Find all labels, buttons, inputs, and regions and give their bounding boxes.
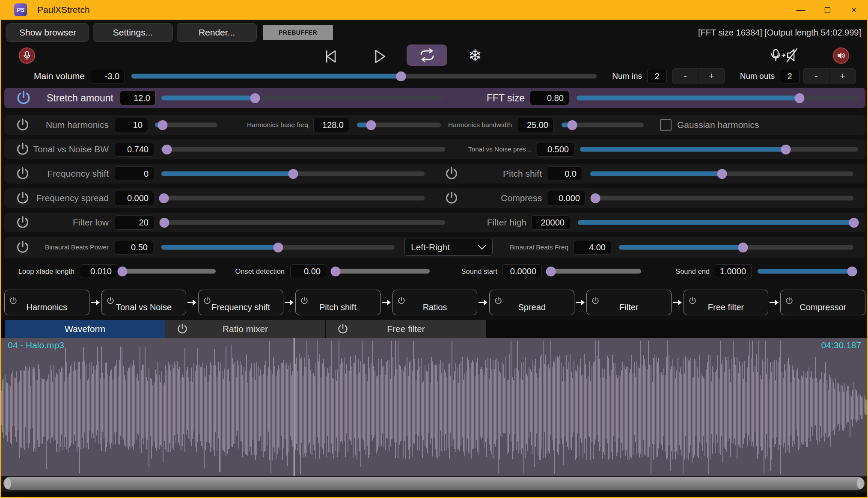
pitch-shift-slider[interactable]: [590, 172, 853, 176]
slider-thumb[interactable]: [847, 267, 857, 276]
loop-button[interactable]: [407, 44, 447, 66]
num-ins-increment-button[interactable]: +: [699, 68, 725, 84]
binaural-freq-slider[interactable]: [619, 245, 853, 250]
slider-thumb[interactable]: [396, 71, 406, 81]
slider-thumb[interactable]: [162, 145, 172, 154]
filter-low-value[interactable]: 20: [115, 215, 154, 230]
num-harmonics-value[interactable]: 10: [115, 118, 148, 132]
tab-free-filter[interactable]: Free filter: [326, 320, 486, 338]
power-icon[interactable]: [176, 323, 188, 335]
settings-button[interactable]: Settings...: [93, 23, 173, 42]
scrollbar-thumb[interactable]: [3, 477, 865, 490]
filter-high-value[interactable]: 20000: [532, 215, 570, 230]
fft-size-slider[interactable]: [577, 96, 859, 101]
chain-module-spread[interactable]: Spread: [489, 290, 574, 315]
slider-thumb[interactable]: [159, 193, 169, 203]
minimize-button[interactable]: —: [788, 0, 814, 20]
sound-end-value[interactable]: 1.0000: [715, 264, 752, 278]
num-outs-decrement-button[interactable]: -: [803, 68, 830, 84]
binaural-power-slider[interactable]: [161, 245, 395, 250]
slider-thumb[interactable]: [546, 267, 556, 276]
chain-module-harmonics[interactable]: Harmonics: [4, 290, 89, 315]
slider-thumb[interactable]: [118, 267, 128, 276]
frequency-spread-value[interactable]: 0.000: [115, 191, 154, 205]
slider-thumb[interactable]: [567, 120, 577, 130]
slider-thumb[interactable]: [717, 169, 727, 179]
show-browser-button[interactable]: Show browser: [6, 23, 89, 42]
num-outs-value[interactable]: 2: [780, 69, 800, 83]
chain-module-frequency-shift[interactable]: Frequency shift: [198, 290, 283, 315]
gaussian-harmonics-checkbox[interactable]: [660, 119, 672, 131]
onset-detection-value[interactable]: 0.00: [290, 264, 326, 278]
chain-module-pitch-shift[interactable]: Pitch shift: [295, 290, 380, 315]
slider-thumb[interactable]: [273, 243, 283, 252]
num-ins-value[interactable]: 2: [647, 69, 667, 83]
compress-value[interactable]: 0.000: [547, 191, 586, 205]
tonal-vs-noise-bw-value[interactable]: 0.740: [115, 142, 154, 157]
slider-thumb[interactable]: [795, 93, 805, 103]
power-icon[interactable]: [337, 323, 349, 335]
slider-thumb[interactable]: [288, 169, 298, 179]
slider-thumb[interactable]: [849, 218, 859, 228]
waveform-canvas[interactable]: [1, 338, 867, 476]
chain-module-ratios[interactable]: Ratios: [392, 290, 478, 315]
loop-xfade-value[interactable]: 0.010: [80, 264, 117, 278]
power-icon[interactable]: [444, 166, 459, 181]
chain-module-compressor[interactable]: Compressor: [780, 290, 865, 315]
sound-start-value[interactable]: 0.0000: [502, 264, 542, 278]
tonal-vs-noise-pres-value[interactable]: 0.500: [537, 142, 574, 157]
tab-ratio-mixer[interactable]: Ratio mixer: [165, 320, 325, 338]
slider-thumb[interactable]: [331, 267, 341, 276]
harmonics-bandwidth-value[interactable]: 25.00: [517, 118, 554, 132]
binaural-freq-value[interactable]: 4.00: [574, 240, 611, 255]
binaural-power-value[interactable]: 0.50: [115, 240, 153, 255]
slider-thumb[interactable]: [366, 120, 376, 130]
slider-thumb[interactable]: [591, 193, 600, 203]
sound-start-slider[interactable]: [548, 269, 641, 274]
harmonics-base-freq-slider[interactable]: [357, 123, 441, 127]
slider-thumb[interactable]: [159, 218, 169, 228]
filter-low-slider[interactable]: [161, 220, 445, 225]
num-ins-decrement-button[interactable]: -: [672, 68, 699, 84]
num-outs-increment-button[interactable]: +: [830, 68, 856, 84]
tonal-vs-noise-bw-slider[interactable]: [161, 147, 445, 152]
input-monitor-mute-icon[interactable]: [770, 48, 804, 65]
render-button[interactable]: Render...: [177, 23, 257, 42]
prebuffer-button[interactable]: PREBUFFER: [263, 25, 333, 40]
slider-thumb[interactable]: [158, 120, 167, 130]
freeze-icon[interactable]: ❄: [468, 47, 482, 64]
filter-high-slider[interactable]: [578, 220, 854, 225]
slider-thumb[interactable]: [781, 145, 791, 154]
main-volume-value[interactable]: -3.0: [90, 69, 125, 83]
stretch-amount-slider[interactable]: [161, 96, 445, 101]
compress-slider[interactable]: [593, 196, 853, 201]
stretch-amount-value[interactable]: 12.0: [120, 91, 156, 105]
record-button[interactable]: [19, 47, 35, 64]
power-icon[interactable]: [444, 191, 459, 205]
play-button[interactable]: [370, 47, 389, 66]
binaural-mode-dropdown[interactable]: Left-Right: [404, 239, 493, 256]
fft-size-value[interactable]: 0.80: [530, 91, 569, 105]
slider-thumb[interactable]: [250, 93, 260, 103]
frequency-shift-value[interactable]: 0: [115, 166, 154, 181]
sound-end-slider[interactable]: [758, 269, 855, 274]
tab-waveform[interactable]: Waveform: [5, 320, 165, 338]
frequency-spread-slider[interactable]: [161, 196, 425, 201]
num-harmonics-slider[interactable]: [155, 123, 217, 127]
chain-module-tonal-vs-noise[interactable]: Tonal vs Noise: [101, 290, 187, 315]
harmonics-bandwidth-slider[interactable]: [562, 123, 644, 127]
pitch-shift-value[interactable]: 0.0: [547, 166, 582, 181]
slider-thumb[interactable]: [738, 243, 748, 252]
frequency-shift-slider[interactable]: [161, 172, 425, 176]
chain-module-filter[interactable]: Filter: [586, 290, 672, 315]
loop-xfade-slider[interactable]: [121, 269, 216, 274]
skip-to-start-button[interactable]: [321, 47, 340, 66]
waveform-view[interactable]: 04 - Halo.mp3 04:30.187: [1, 338, 867, 476]
harmonics-base-freq-value[interactable]: 128.0: [313, 118, 349, 132]
chain-module-free-filter[interactable]: Free filter: [684, 290, 769, 315]
output-audio-button[interactable]: [833, 47, 849, 64]
tonal-vs-noise-pres-slider[interactable]: [580, 147, 858, 152]
onset-detection-slider[interactable]: [334, 269, 430, 274]
maximize-button[interactable]: □: [814, 0, 841, 20]
main-volume-slider[interactable]: [131, 74, 597, 79]
